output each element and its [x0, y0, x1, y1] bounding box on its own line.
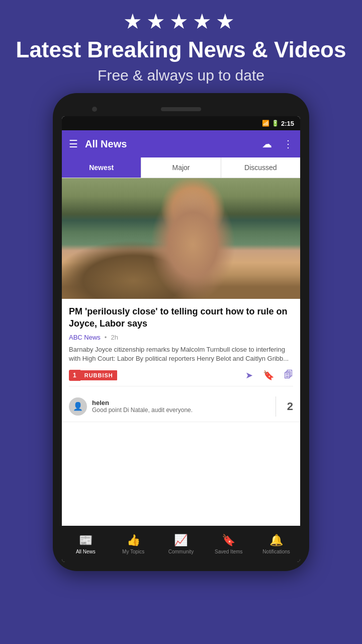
cloud-icon[interactable]: ☁	[262, 138, 272, 150]
copy-icon[interactable]: 🗐	[284, 370, 293, 380]
promo-area: ★★★★★ Latest Breaking News & Videos Free…	[0, 0, 362, 93]
status-bar: 📶 🔋 2:15	[62, 116, 300, 130]
article-dot: •	[105, 334, 107, 341]
comment-preview[interactable]: 👤 helen Good point Di Natale, audit ever…	[62, 391, 300, 422]
news-image-bg	[62, 178, 300, 299]
article-excerpt: Barnaby Joyce citizenship remarks by Mal…	[69, 345, 293, 363]
tabs-bar: Newest Major Discussed	[62, 157, 300, 178]
phone-camera	[92, 107, 97, 112]
article-title[interactable]: PM 'perilously close' to telling court h…	[69, 306, 293, 330]
my-topics-icon: 👍	[127, 534, 140, 547]
phone-frame: 📶 🔋 2:15 ☰ All News ☁ ⋮ Newest Major Dis…	[53, 93, 309, 571]
article-source[interactable]: ABC News	[69, 334, 101, 341]
nav-my-topics-label: My Topics	[122, 549, 144, 554]
article-actions: 1 RUBBISH ➤ 🔖 🗐	[69, 370, 293, 386]
news-image-overlay	[62, 178, 300, 299]
status-time: 2:15	[281, 120, 294, 127]
comment-divider	[276, 396, 276, 417]
all-news-icon: 📰	[79, 534, 93, 547]
saved-items-icon: 🔖	[222, 534, 235, 547]
news-image[interactable]	[62, 178, 300, 299]
comment-avatar: 👤	[69, 397, 87, 416]
article-time: 2h	[111, 334, 118, 341]
rubbish-label: RUBBISH	[80, 370, 117, 380]
notifications-icon: 🔔	[269, 534, 283, 547]
news-content: PM 'perilously close' to telling court h…	[62, 178, 300, 526]
promo-title: Latest Breaking News & Videos	[11, 38, 351, 62]
nav-notifications-label: Notifications	[262, 549, 290, 554]
status-icons: 📶 🔋 2:15	[262, 120, 294, 127]
more-options-icon[interactable]: ⋮	[283, 138, 293, 150]
phone-speaker	[161, 107, 201, 111]
bottom-nav: 📰 All News 👍 My Topics 📈 Community 🔖 Sav…	[62, 526, 300, 562]
app-header: ☰ All News ☁ ⋮	[62, 130, 300, 157]
hamburger-icon[interactable]: ☰	[69, 138, 78, 150]
phone-top-bar	[62, 102, 300, 116]
promo-subtitle: Free & always up to date	[98, 67, 264, 84]
tab-discussed[interactable]: Discussed	[221, 157, 300, 178]
article-meta: ABC News • 2h	[69, 334, 293, 341]
rubbish-count: 1	[69, 370, 80, 381]
tab-major[interactable]: Major	[141, 157, 221, 178]
nav-my-topics[interactable]: 👍 My Topics	[110, 530, 157, 558]
header-title: All News	[85, 138, 255, 150]
comment-body: helen Good point Di Natale, audit everyo…	[92, 399, 269, 414]
comment-username: helen	[92, 399, 269, 407]
rating-stars: ★★★★★	[123, 9, 239, 34]
nav-notifications[interactable]: 🔔 Notifications	[252, 530, 300, 558]
nav-community-label: Community	[168, 549, 194, 554]
wifi-icon: 📶	[262, 120, 269, 127]
comment-text: Good point Di Natale, audit everyone.	[92, 407, 269, 414]
nav-community[interactable]: 📈 Community	[157, 530, 205, 558]
phone-screen: 📶 🔋 2:15 ☰ All News ☁ ⋮ Newest Major Dis…	[62, 116, 300, 562]
nav-all-news[interactable]: 📰 All News	[62, 530, 110, 558]
nav-saved-items-label: Saved Items	[215, 549, 243, 554]
rubbish-badge[interactable]: 1 RUBBISH	[69, 370, 117, 381]
nav-all-news-label: All News	[76, 549, 96, 554]
share-icon[interactable]: ➤	[245, 370, 253, 381]
nav-saved-items[interactable]: 🔖 Saved Items	[205, 530, 252, 558]
tab-newest[interactable]: Newest	[62, 157, 141, 178]
bookmark-icon[interactable]: 🔖	[263, 370, 274, 381]
comment-count: 2	[287, 400, 293, 413]
community-icon: 📈	[174, 534, 188, 547]
article-body: PM 'perilously close' to telling court h…	[62, 299, 300, 391]
battery-icon: 🔋	[272, 120, 279, 127]
